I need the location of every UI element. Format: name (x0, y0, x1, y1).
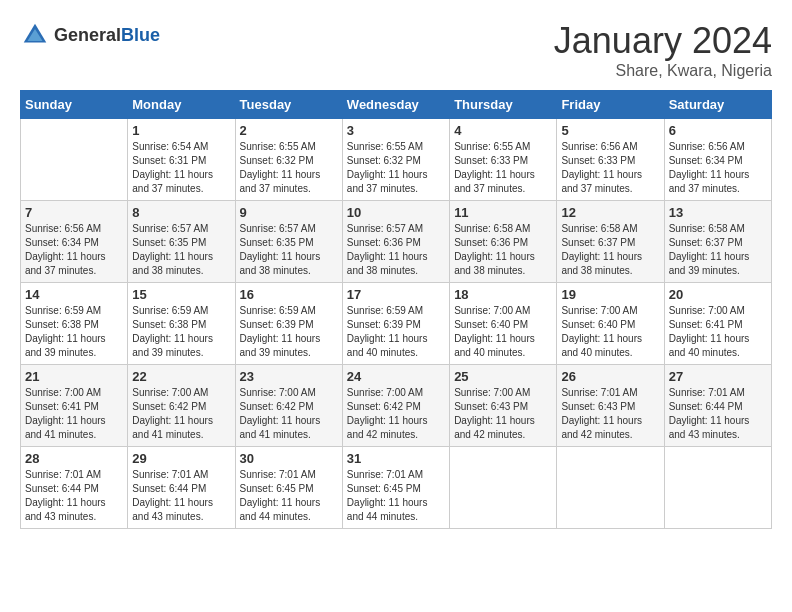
day-number: 23 (240, 369, 338, 384)
day-number: 2 (240, 123, 338, 138)
day-number: 29 (132, 451, 230, 466)
day-number: 21 (25, 369, 123, 384)
day-info: Sunrise: 6:55 AMSunset: 6:32 PMDaylight:… (347, 140, 445, 196)
calendar-header-row: SundayMondayTuesdayWednesdayThursdayFrid… (21, 91, 772, 119)
calendar-cell: 12Sunrise: 6:58 AMSunset: 6:37 PMDayligh… (557, 201, 664, 283)
day-info: Sunrise: 6:58 AMSunset: 6:37 PMDaylight:… (561, 222, 659, 278)
day-info: Sunrise: 6:55 AMSunset: 6:33 PMDaylight:… (454, 140, 552, 196)
day-info: Sunrise: 6:59 AMSunset: 6:39 PMDaylight:… (347, 304, 445, 360)
day-info: Sunrise: 7:01 AMSunset: 6:44 PMDaylight:… (132, 468, 230, 524)
day-number: 30 (240, 451, 338, 466)
day-info: Sunrise: 7:00 AMSunset: 6:42 PMDaylight:… (347, 386, 445, 442)
day-number: 26 (561, 369, 659, 384)
calendar-cell: 11Sunrise: 6:58 AMSunset: 6:36 PMDayligh… (450, 201, 557, 283)
day-number: 7 (25, 205, 123, 220)
day-info: Sunrise: 6:56 AMSunset: 6:34 PMDaylight:… (669, 140, 767, 196)
day-info: Sunrise: 7:01 AMSunset: 6:44 PMDaylight:… (25, 468, 123, 524)
calendar-table: SundayMondayTuesdayWednesdayThursdayFrid… (20, 90, 772, 529)
day-number: 31 (347, 451, 445, 466)
day-info: Sunrise: 7:01 AMSunset: 6:43 PMDaylight:… (561, 386, 659, 442)
calendar-cell: 3Sunrise: 6:55 AMSunset: 6:32 PMDaylight… (342, 119, 449, 201)
calendar-subtitle: Share, Kwara, Nigeria (554, 62, 772, 80)
calendar-week-2: 7Sunrise: 6:56 AMSunset: 6:34 PMDaylight… (21, 201, 772, 283)
day-info: Sunrise: 6:55 AMSunset: 6:32 PMDaylight:… (240, 140, 338, 196)
day-info: Sunrise: 7:00 AMSunset: 6:41 PMDaylight:… (669, 304, 767, 360)
calendar-cell: 30Sunrise: 7:01 AMSunset: 6:45 PMDayligh… (235, 447, 342, 529)
calendar-cell: 18Sunrise: 7:00 AMSunset: 6:40 PMDayligh… (450, 283, 557, 365)
calendar-cell: 21Sunrise: 7:00 AMSunset: 6:41 PMDayligh… (21, 365, 128, 447)
day-number: 28 (25, 451, 123, 466)
logo-icon (20, 20, 50, 50)
day-number: 6 (669, 123, 767, 138)
day-number: 12 (561, 205, 659, 220)
day-info: Sunrise: 6:59 AMSunset: 6:39 PMDaylight:… (240, 304, 338, 360)
calendar-cell: 6Sunrise: 6:56 AMSunset: 6:34 PMDaylight… (664, 119, 771, 201)
calendar-cell: 24Sunrise: 7:00 AMSunset: 6:42 PMDayligh… (342, 365, 449, 447)
column-header-monday: Monday (128, 91, 235, 119)
day-info: Sunrise: 6:59 AMSunset: 6:38 PMDaylight:… (132, 304, 230, 360)
logo-general: General (54, 25, 121, 45)
day-info: Sunrise: 6:57 AMSunset: 6:36 PMDaylight:… (347, 222, 445, 278)
day-number: 14 (25, 287, 123, 302)
calendar-week-5: 28Sunrise: 7:01 AMSunset: 6:44 PMDayligh… (21, 447, 772, 529)
calendar-cell: 2Sunrise: 6:55 AMSunset: 6:32 PMDaylight… (235, 119, 342, 201)
column-header-saturday: Saturday (664, 91, 771, 119)
day-info: Sunrise: 6:56 AMSunset: 6:34 PMDaylight:… (25, 222, 123, 278)
day-number: 13 (669, 205, 767, 220)
calendar-cell: 27Sunrise: 7:01 AMSunset: 6:44 PMDayligh… (664, 365, 771, 447)
day-info: Sunrise: 7:00 AMSunset: 6:41 PMDaylight:… (25, 386, 123, 442)
day-number: 22 (132, 369, 230, 384)
day-number: 1 (132, 123, 230, 138)
day-number: 11 (454, 205, 552, 220)
day-info: Sunrise: 6:59 AMSunset: 6:38 PMDaylight:… (25, 304, 123, 360)
calendar-cell: 29Sunrise: 7:01 AMSunset: 6:44 PMDayligh… (128, 447, 235, 529)
calendar-cell: 28Sunrise: 7:01 AMSunset: 6:44 PMDayligh… (21, 447, 128, 529)
day-number: 16 (240, 287, 338, 302)
calendar-cell: 7Sunrise: 6:56 AMSunset: 6:34 PMDaylight… (21, 201, 128, 283)
day-number: 9 (240, 205, 338, 220)
day-info: Sunrise: 6:57 AMSunset: 6:35 PMDaylight:… (132, 222, 230, 278)
day-info: Sunrise: 6:57 AMSunset: 6:35 PMDaylight:… (240, 222, 338, 278)
calendar-cell (21, 119, 128, 201)
day-info: Sunrise: 6:56 AMSunset: 6:33 PMDaylight:… (561, 140, 659, 196)
day-number: 17 (347, 287, 445, 302)
calendar-cell: 15Sunrise: 6:59 AMSunset: 6:38 PMDayligh… (128, 283, 235, 365)
day-info: Sunrise: 7:00 AMSunset: 6:40 PMDaylight:… (561, 304, 659, 360)
calendar-cell: 23Sunrise: 7:00 AMSunset: 6:42 PMDayligh… (235, 365, 342, 447)
calendar-cell: 14Sunrise: 6:59 AMSunset: 6:38 PMDayligh… (21, 283, 128, 365)
calendar-cell: 5Sunrise: 6:56 AMSunset: 6:33 PMDaylight… (557, 119, 664, 201)
day-number: 25 (454, 369, 552, 384)
column-header-sunday: Sunday (21, 91, 128, 119)
calendar-cell: 9Sunrise: 6:57 AMSunset: 6:35 PMDaylight… (235, 201, 342, 283)
calendar-cell: 17Sunrise: 6:59 AMSunset: 6:39 PMDayligh… (342, 283, 449, 365)
logo-blue: Blue (121, 25, 160, 45)
calendar-cell: 4Sunrise: 6:55 AMSunset: 6:33 PMDaylight… (450, 119, 557, 201)
day-number: 24 (347, 369, 445, 384)
calendar-cell: 1Sunrise: 6:54 AMSunset: 6:31 PMDaylight… (128, 119, 235, 201)
calendar-cell (664, 447, 771, 529)
day-info: Sunrise: 7:01 AMSunset: 6:44 PMDaylight:… (669, 386, 767, 442)
day-number: 8 (132, 205, 230, 220)
logo: GeneralBlue (20, 20, 160, 50)
column-header-tuesday: Tuesday (235, 91, 342, 119)
day-number: 10 (347, 205, 445, 220)
calendar-title: January 2024 (554, 20, 772, 62)
calendar-cell: 22Sunrise: 7:00 AMSunset: 6:42 PMDayligh… (128, 365, 235, 447)
day-number: 5 (561, 123, 659, 138)
day-info: Sunrise: 7:01 AMSunset: 6:45 PMDaylight:… (240, 468, 338, 524)
calendar-cell: 25Sunrise: 7:00 AMSunset: 6:43 PMDayligh… (450, 365, 557, 447)
day-number: 19 (561, 287, 659, 302)
day-info: Sunrise: 7:01 AMSunset: 6:45 PMDaylight:… (347, 468, 445, 524)
calendar-week-3: 14Sunrise: 6:59 AMSunset: 6:38 PMDayligh… (21, 283, 772, 365)
title-section: January 2024 Share, Kwara, Nigeria (554, 20, 772, 80)
calendar-cell: 13Sunrise: 6:58 AMSunset: 6:37 PMDayligh… (664, 201, 771, 283)
calendar-cell (557, 447, 664, 529)
day-info: Sunrise: 7:00 AMSunset: 6:42 PMDaylight:… (240, 386, 338, 442)
calendar-cell: 20Sunrise: 7:00 AMSunset: 6:41 PMDayligh… (664, 283, 771, 365)
calendar-cell: 19Sunrise: 7:00 AMSunset: 6:40 PMDayligh… (557, 283, 664, 365)
day-info: Sunrise: 6:58 AMSunset: 6:36 PMDaylight:… (454, 222, 552, 278)
calendar-cell: 16Sunrise: 6:59 AMSunset: 6:39 PMDayligh… (235, 283, 342, 365)
calendar-cell: 10Sunrise: 6:57 AMSunset: 6:36 PMDayligh… (342, 201, 449, 283)
day-info: Sunrise: 7:00 AMSunset: 6:43 PMDaylight:… (454, 386, 552, 442)
calendar-cell: 31Sunrise: 7:01 AMSunset: 6:45 PMDayligh… (342, 447, 449, 529)
